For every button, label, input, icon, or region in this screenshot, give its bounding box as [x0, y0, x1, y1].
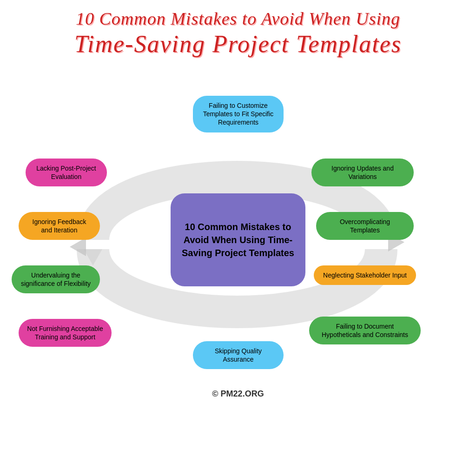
node-left-mid: Ignoring Feedback and Iteration: [19, 212, 100, 240]
title-line2: Time-Saving Project Templates: [9, 30, 467, 59]
center-box-text: 10 Common Mistakes to Avoid When Using T…: [180, 220, 296, 259]
node-right-mid: Overcomplicating Templates: [316, 212, 414, 240]
node-bottom-center: Skipping Quality Assurance: [193, 341, 284, 369]
center-box: 10 Common Mistakes to Avoid When Using T…: [171, 193, 305, 286]
node-right-bottom: Failing to Document Hypotheticals and Co…: [309, 317, 421, 344]
node-left-top: Lacking Post-Project Evaluation: [26, 159, 107, 186]
node-left-bottom: Not Furnishing Acceptable Training and S…: [19, 319, 112, 347]
diagram-area: 10 Common Mistakes to Avoid When Using T…: [0, 73, 476, 407]
page-title-area: 10 Common Mistakes to Avoid When Using T…: [0, 0, 476, 63]
node-right-top: Ignoring Updates and Variations: [311, 159, 414, 186]
node-left-lower: Undervaluing the significance of Flexibi…: [12, 265, 100, 293]
node-right-lower: Neglecting Stakeholder Input: [314, 265, 416, 285]
node-top-center: Failing to Customize Templates to Fit Sp…: [193, 96, 284, 132]
title-line1: 10 Common Mistakes to Avoid When Using: [9, 8, 467, 30]
